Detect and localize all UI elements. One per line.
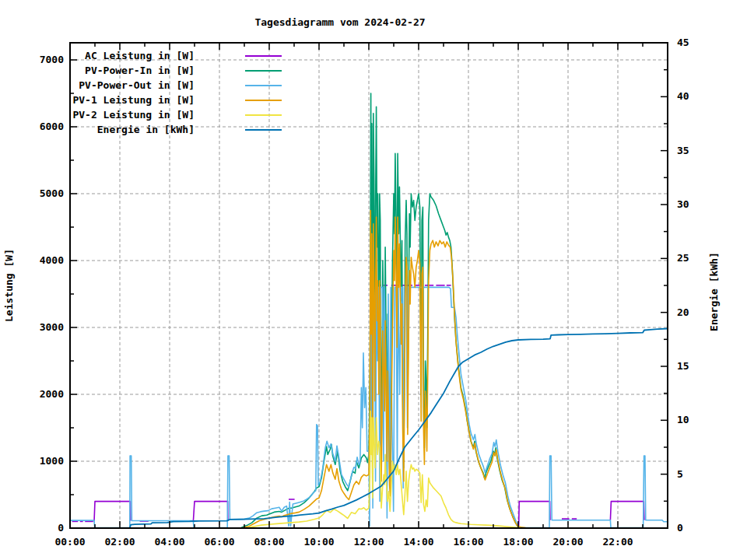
legend-label: PV-2 Leistung in [W]: [72, 109, 195, 121]
chart-canvas: Tagesdiagramm vom 2024-02-27 Leistung [W…: [0, 0, 747, 560]
x-tick-label: 20:00: [552, 536, 583, 548]
x-tick-label: 02:00: [104, 536, 135, 548]
x-tick-label: 14:00: [403, 536, 433, 548]
legend-label: Energie in [kWh]: [97, 124, 195, 135]
y2-tick-label: 40: [677, 90, 689, 102]
y2-tick-label: 5: [677, 468, 683, 480]
x-tick-label: 06:00: [204, 536, 234, 548]
y-tick-label: 0: [58, 522, 64, 534]
chart-title: Tagesdiagramm vom 2024-02-27: [254, 16, 425, 28]
y2-tick-label: 45: [677, 37, 689, 48]
series-0: [72, 285, 644, 527]
right-axis-title: Energie [kWh]: [708, 252, 720, 331]
y-tick-label: 4000: [40, 254, 64, 266]
y-tick-label: 6000: [40, 121, 64, 132]
x-tick-label: 18:00: [503, 536, 533, 548]
series-line: [519, 502, 550, 527]
y2-tick-label: 35: [677, 145, 689, 156]
y2-tick-label: 10: [677, 414, 689, 425]
y2-tick-label: 15: [677, 360, 689, 372]
y-tick-label: 2000: [40, 388, 64, 400]
legend-item: PV-2 Leistung in [W]: [72, 109, 282, 121]
legend-label: PV-Power-Out in [W]: [79, 79, 195, 91]
y-tick-label: 5000: [40, 187, 64, 199]
legend-item: PV-Power-In in [W]: [85, 65, 282, 76]
x-tick-label: 10:00: [303, 536, 334, 548]
y2-tick-label: 25: [677, 252, 689, 264]
y-tick-label: 7000: [40, 54, 64, 65]
legend-label: PV-1 Leistung in [W]: [72, 94, 195, 106]
legend-label: AC Leistung in [W]: [85, 50, 195, 61]
x-tick-label: 00:00: [54, 536, 85, 548]
x-tick-label: 22:00: [602, 536, 633, 548]
legend-item: Energie in [kWh]: [97, 124, 282, 135]
y-tick-label: 1000: [40, 455, 64, 467]
legend-item: PV-Power-Out in [W]: [79, 79, 282, 91]
series-line: [610, 502, 644, 520]
legend: AC Leistung in [W]PV-Power-In in [W]PV-P…: [72, 50, 282, 135]
y2-tick-label: 0: [677, 522, 683, 534]
series-line: [94, 502, 131, 522]
tagesdiagramm-chart: Tagesdiagramm vom 2024-02-27 Leistung [W…: [0, 0, 747, 560]
legend-item: PV-1 Leistung in [W]: [72, 94, 282, 106]
series-line: [193, 502, 228, 521]
left-axis-title: Leistung [W]: [3, 249, 15, 322]
x-tick-label: 04:00: [154, 536, 184, 548]
legend-label: PV-Power-In in [W]: [85, 65, 195, 76]
y2-tick-label: 20: [677, 306, 689, 318]
y2-tick-label: 30: [677, 198, 689, 210]
x-tick-label: 12:00: [353, 536, 384, 548]
x-tick-label: 16:00: [453, 536, 483, 548]
y-tick-label: 3000: [40, 321, 64, 333]
x-tick-label: 08:00: [254, 536, 284, 548]
